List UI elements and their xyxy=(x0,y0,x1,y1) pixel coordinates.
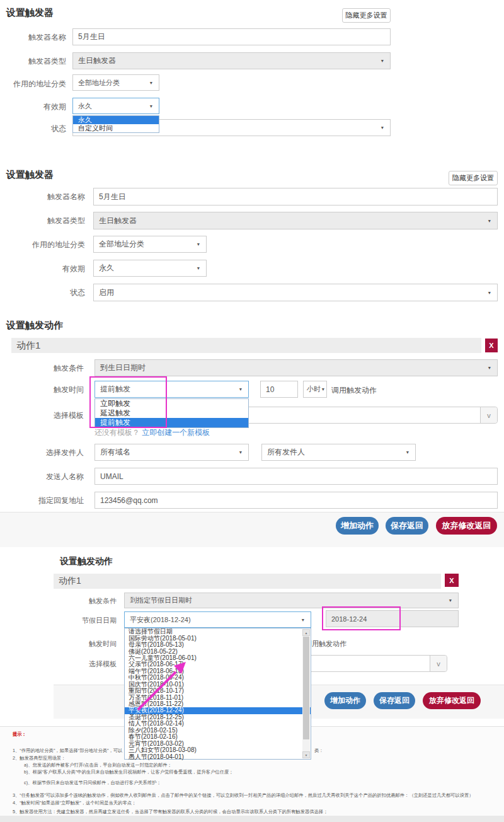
panel1-type-select[interactable]: 生日触发器 ▼ xyxy=(72,52,391,69)
hint-line-2c: c)、根据节假日来自动发送节日问候邮件，自动进行客户关系维护； xyxy=(24,780,161,786)
panel3-template-label: 选择模板 xyxy=(0,410,84,421)
panel1-hide-more-button[interactable]: 隐藏更多设置 xyxy=(342,8,391,23)
dropdown-option[interactable]: 愚人节(2018-04-01) xyxy=(125,753,311,760)
dropdown-option[interactable]: 圣诞节(2018-12-25) xyxy=(125,714,311,721)
panel1-name-label: 触发器名称 xyxy=(0,32,66,43)
dropdown-option[interactable]: 元宵节(2018-03-02) xyxy=(125,740,311,746)
hint-line-2: 2、触发器典型应用场景： xyxy=(13,755,66,761)
panel3-title: 设置触发动作 xyxy=(6,320,63,332)
hint-line-2b: b)、根据“客户联系人分类”中的生日来自动触发生日祝福邮件，让客户觉得备受重视，… xyxy=(24,769,234,775)
panel3-invoke-text: 调用触发动作 xyxy=(331,385,377,396)
dropdown-option[interactable]: 佛诞(2018-05-22) xyxy=(125,648,311,654)
scroll-down-icon[interactable]: ▼ xyxy=(302,751,310,758)
chevron-down-icon: ▼ xyxy=(239,450,243,455)
panel4-time-label: 触发时间 xyxy=(54,639,117,649)
panel2-name-input[interactable]: 5月生日 xyxy=(93,188,498,206)
panel3-sender-label: 选择发件人 xyxy=(0,448,84,458)
panel4-discard-button[interactable]: 放弃修改返回 xyxy=(423,692,481,709)
chevron-down-icon: ▼ xyxy=(406,450,410,455)
no-template-text: 还没有模板？ xyxy=(94,428,140,437)
chevron-down-icon: v xyxy=(480,407,497,423)
hint-line-2a: a)、您发送的邮件被客户打开/点击后，平台则自动发送一封指定的邮件； xyxy=(24,762,172,768)
panel1-validity-dropdown: 永久 自定义时间 xyxy=(72,115,159,133)
chevron-down-icon: ▼ xyxy=(381,59,385,64)
panel2-validity-select[interactable]: 永久 ▼ xyxy=(93,260,207,277)
dropdown-option[interactable]: 除夕(2018-02-15) xyxy=(125,727,311,734)
panel4-template-label: 选择模板 xyxy=(54,659,117,669)
panel3-condition-label: 触发条件 xyxy=(0,363,84,374)
panel4-holiday-label: 节假日日期 xyxy=(54,616,117,625)
panel1-status-label: 状态 xyxy=(0,124,66,134)
hint-line-5: 5、触发器使用方法：先建立触发器，然后再建立发送任务，当选择了带有触发器的联系人… xyxy=(13,809,328,815)
panel3-close-action-button[interactable]: X xyxy=(485,339,498,352)
chevron-down-icon: ▼ xyxy=(321,387,326,392)
hint-line-1: 1、“作用的地址分类”，如果选择“部分地址分类”，可以 xyxy=(13,748,122,754)
dropdown-option[interactable]: 春节(2018-02-16) xyxy=(125,734,311,740)
panel3-condition-select[interactable]: 到生日日期时 ▼ xyxy=(94,359,498,376)
panel2-hide-more-button[interactable]: 隐藏更多设置 xyxy=(449,171,498,185)
panel3-save-button[interactable]: 保存返回 xyxy=(386,517,428,535)
panel1-title: 设置触发器 xyxy=(6,7,54,19)
bottom-strip xyxy=(0,816,504,822)
annotation-box-holiday-date xyxy=(322,606,401,630)
chevron-down-icon: ▼ xyxy=(488,290,492,295)
panel3-discard-button[interactable]: 放弃修改返回 xyxy=(436,517,497,535)
panel1-category-label: 作用的地址分类 xyxy=(0,79,66,90)
dropdown-option[interactable]: 请选择节假日期 xyxy=(125,628,311,635)
panel3-reply-label: 指定回复地址 xyxy=(0,495,84,506)
panel3-sender-select[interactable]: 所有发件人 ▼ xyxy=(261,444,416,461)
scrollbar-thumb[interactable] xyxy=(303,637,309,739)
chevron-down-icon: ▼ xyxy=(197,242,201,247)
annotation-box-time-select xyxy=(89,376,167,428)
annotation-arrow-icon xyxy=(129,657,192,712)
panel3-template-hint: 还没有模板？ 立即创建一个新模板 xyxy=(94,427,210,438)
panel4-action-header: 动作1 xyxy=(54,574,441,589)
dropdown-option[interactable]: 三八妇女节(2018-03-08) xyxy=(125,747,311,753)
dropdown-option[interactable]: 情人节(2018-02-14) xyxy=(125,721,311,727)
panel1-type-label: 触发器类型 xyxy=(0,56,66,67)
chevron-down-icon: ▼ xyxy=(149,80,154,85)
dropdown-option[interactable]: 母亲节(2018-05-13) xyxy=(125,642,311,648)
chevron-down-icon: ▼ xyxy=(197,266,201,271)
chevron-down-icon: ▼ xyxy=(149,103,154,108)
panel3-add-action-button[interactable]: 增加动作 xyxy=(336,517,379,535)
dropdown-option[interactable]: 自定义时间 xyxy=(73,124,159,132)
panel3-reply-input[interactable]: 123456@qq.com xyxy=(94,492,498,509)
panel1-validity-select[interactable]: 永久 ▼ xyxy=(72,98,159,114)
chevron-down-icon: ▼ xyxy=(381,125,385,130)
panel1-name-input[interactable]: 5月生日 xyxy=(72,28,391,45)
panel4-add-action-button[interactable]: 增加动作 xyxy=(324,692,366,709)
dropdown-option[interactable]: 国际劳动节(2018-05-01) xyxy=(125,635,311,641)
panel4-holiday-select[interactable]: 平安夜(2018-12-24) ▼ xyxy=(124,611,311,628)
hint-line-3: 3、“任务触发器”可以添加多个连续的触发动作，例如收件人收到邮件后，点击了邮件中… xyxy=(13,792,474,799)
panel3-from-name-label: 发送人名称 xyxy=(0,472,84,482)
panel2-category-select[interactable]: 全部地址分类 ▼ xyxy=(93,236,207,253)
panel3-action-header: 动作1 xyxy=(11,338,481,353)
chevron-down-icon: v xyxy=(430,656,447,671)
hint-line-4: 4、“触发时间”如果选择“立即触发”，这个时间是当天的零点； xyxy=(13,800,136,806)
dropdown-scrollbar[interactable]: ▲ ▼ xyxy=(302,629,310,758)
panel4-close-action-button[interactable]: X xyxy=(445,574,459,587)
chevron-down-icon: ▼ xyxy=(239,387,243,392)
panel4-title: 设置触发动作 xyxy=(60,556,113,567)
panel3-amount-input[interactable]: 10 xyxy=(260,381,298,398)
scroll-up-icon[interactable]: ▲ xyxy=(302,629,310,636)
panel4-condition-select[interactable]: 到指定节假日日期时 ▼ xyxy=(124,593,459,608)
chevron-down-icon: ▼ xyxy=(488,366,492,371)
panel2-name-label: 触发器名称 xyxy=(0,192,85,202)
panel3-domain-select[interactable]: 所有域名 ▼ xyxy=(94,444,249,461)
hint-line-1-tail: 类： xyxy=(314,748,324,754)
panel3-unit-select[interactable]: 小时 ▼ xyxy=(303,381,327,398)
hints-title: 提示： xyxy=(13,731,26,738)
panel1-validity-label: 有效期 xyxy=(0,101,66,112)
panel2-status-select[interactable]: 启用 ▼ xyxy=(93,284,498,301)
panel4-save-button[interactable]: 保存返回 xyxy=(374,692,415,709)
panel3-footer xyxy=(0,512,504,547)
panel2-type-select[interactable]: 生日触发器 ▼ xyxy=(93,212,498,229)
dropdown-option[interactable]: 永久 xyxy=(73,116,159,124)
create-template-link[interactable]: 立即创建一个新模板 xyxy=(142,428,210,437)
chevron-down-icon: ▼ xyxy=(301,617,306,622)
panel3-from-name-input[interactable]: UMAIL xyxy=(94,468,498,485)
panel2-type-label: 触发器类型 xyxy=(0,216,85,226)
panel1-category-select[interactable]: 全部地址分类 ▼ xyxy=(72,74,159,91)
